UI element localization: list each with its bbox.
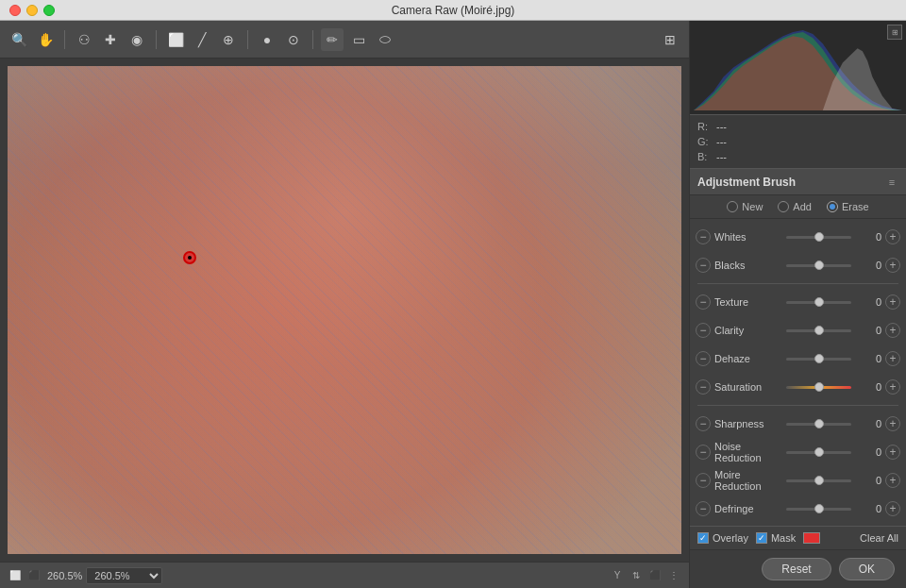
clarity-slider[interactable] bbox=[786, 319, 851, 342]
saturation-thumb[interactable] bbox=[814, 382, 824, 392]
sharpness-minus-btn[interactable]: − bbox=[696, 416, 711, 431]
close-button[interactable] bbox=[9, 5, 21, 16]
b-row: B: --- bbox=[697, 149, 898, 164]
pin-marker bbox=[183, 251, 198, 266]
sharpness-plus-btn[interactable]: + bbox=[885, 416, 900, 431]
mask-checkbox[interactable]: ✓ bbox=[756, 532, 767, 544]
zoom-tool[interactable]: 🔍 bbox=[8, 28, 30, 51]
noise-reduction-thumb[interactable] bbox=[814, 447, 824, 457]
defringe-minus-btn[interactable]: − bbox=[696, 501, 711, 516]
reset-button[interactable]: Reset bbox=[762, 558, 830, 580]
zoom-dropdown[interactable]: 260.5% 100% 200% Fit in View bbox=[86, 567, 162, 584]
divider-2 bbox=[697, 405, 898, 406]
b-label: B: bbox=[697, 149, 711, 164]
slider-row-sharpness: − Sharpness 0 + bbox=[690, 410, 906, 438]
clarity-minus-btn[interactable]: − bbox=[696, 323, 711, 338]
zoom-display: 260.5% 260.5% 100% 200% Fit in View bbox=[47, 567, 162, 584]
dehaze-slider[interactable] bbox=[786, 347, 851, 370]
defringe-thumb[interactable] bbox=[814, 504, 824, 513]
slider-row-saturation: − Saturation 0 + bbox=[690, 373, 906, 401]
spot-removal-tool[interactable]: ● bbox=[256, 28, 278, 51]
blacks-slider[interactable] bbox=[786, 254, 851, 277]
bottom-controls: ✓ Overlay ✓ Mask Clear All bbox=[690, 526, 906, 549]
g-value: --- bbox=[716, 134, 727, 149]
overlay-label: Overlay bbox=[713, 532, 748, 544]
sharpness-slider[interactable] bbox=[786, 412, 851, 435]
mask-label: Mask bbox=[771, 532, 796, 544]
image-info-icon[interactable]: ⬜ bbox=[8, 568, 23, 583]
maximize-button[interactable] bbox=[43, 5, 55, 16]
image-area[interactable] bbox=[0, 59, 689, 562]
filmstrip-icon[interactable]: ⋮ bbox=[666, 568, 681, 583]
panel-menu-icon[interactable]: ≡ bbox=[885, 176, 898, 189]
radial-filter-tool[interactable]: ⬭ bbox=[374, 28, 396, 51]
whites-plus-btn[interactable]: + bbox=[885, 229, 900, 244]
dehaze-plus-btn[interactable]: + bbox=[885, 351, 900, 366]
moire-reduction-track bbox=[786, 479, 851, 482]
warning-icon[interactable]: ⬛ bbox=[26, 568, 42, 583]
clear-all-button[interactable]: Clear All bbox=[860, 532, 898, 544]
mask-checkbox-item[interactable]: ✓ Mask bbox=[756, 532, 796, 544]
moire-reduction-plus-btn[interactable]: + bbox=[885, 473, 900, 488]
texture-minus-btn[interactable]: − bbox=[696, 294, 711, 310]
sharpness-thumb[interactable] bbox=[814, 419, 824, 428]
noise-reduction-minus-btn[interactable]: − bbox=[696, 445, 711, 460]
tool-sep-4 bbox=[312, 30, 313, 49]
mode-add[interactable]: Add bbox=[778, 201, 812, 212]
saturation-plus-btn[interactable]: + bbox=[885, 379, 900, 395]
panel-header: Adjustment Brush ≡ bbox=[690, 169, 906, 195]
whites-minus-btn[interactable]: − bbox=[696, 229, 711, 244]
blacks-thumb[interactable] bbox=[814, 260, 824, 270]
saturation-minus-btn[interactable]: − bbox=[696, 379, 711, 395]
blacks-label: Blacks bbox=[714, 260, 782, 271]
toolbar: 🔍 ✋ ⚇ ✚ ◉ ⬜ ╱ ⊕ ● ⊙ ✏ ▭ ⬭ ⊞ bbox=[0, 21, 689, 59]
histogram-menu-btn[interactable]: ⊞ bbox=[887, 25, 902, 40]
saturation-slider[interactable] bbox=[786, 376, 851, 398]
white-balance-tool[interactable]: ⚇ bbox=[73, 28, 95, 51]
texture-thumb[interactable] bbox=[814, 297, 824, 307]
graduated-filter-tool[interactable]: ▭ bbox=[347, 28, 370, 51]
slider-row-whites: − Whites 0 + bbox=[690, 223, 906, 251]
adjustment-brush-tool[interactable]: ✏ bbox=[321, 28, 344, 51]
color-sampler-tool[interactable]: ✚ bbox=[99, 28, 122, 51]
slider-row-moire-reduction: − Moire Reduction 0 + bbox=[690, 466, 906, 495]
target-adjustment-tool[interactable]: ◉ bbox=[126, 28, 148, 51]
crop-tool[interactable]: ⬜ bbox=[164, 28, 187, 51]
clarity-plus-btn[interactable]: + bbox=[885, 323, 900, 338]
mode-new[interactable]: New bbox=[727, 201, 763, 212]
moire-reduction-thumb[interactable] bbox=[814, 476, 824, 485]
rotate-left-icon[interactable]: Y bbox=[610, 568, 625, 583]
clarity-thumb[interactable] bbox=[814, 326, 824, 335]
straighten-tool[interactable]: ╱ bbox=[191, 28, 213, 51]
minimize-button[interactable] bbox=[26, 5, 38, 16]
whites-thumb[interactable] bbox=[814, 232, 824, 242]
toolbar-right: ⊞ bbox=[659, 28, 681, 51]
compare-icon[interactable]: ⬛ bbox=[647, 568, 663, 583]
mask-color-swatch[interactable] bbox=[803, 532, 820, 544]
transform-tool[interactable]: ⊕ bbox=[217, 28, 240, 51]
defringe-plus-btn[interactable]: + bbox=[885, 501, 900, 516]
ok-button[interactable]: OK bbox=[839, 558, 895, 580]
sort-icon[interactable]: ⇅ bbox=[629, 568, 644, 583]
moire-reduction-minus-btn[interactable]: − bbox=[696, 473, 711, 488]
redeye-tool[interactable]: ⊙ bbox=[282, 28, 305, 51]
defringe-slider[interactable] bbox=[786, 497, 851, 520]
footer-buttons: Reset OK bbox=[690, 549, 906, 588]
hand-tool[interactable]: ✋ bbox=[34, 28, 57, 51]
moire-reduction-slider[interactable] bbox=[786, 469, 851, 492]
whites-slider[interactable] bbox=[786, 226, 851, 248]
mode-erase[interactable]: Erase bbox=[827, 201, 869, 212]
noise-reduction-plus-btn[interactable]: + bbox=[885, 445, 900, 460]
noise-reduction-slider[interactable] bbox=[786, 441, 851, 463]
radio-erase bbox=[827, 201, 838, 212]
texture-slider[interactable] bbox=[786, 291, 851, 313]
radio-erase-dot bbox=[830, 204, 835, 210]
texture-plus-btn[interactable]: + bbox=[885, 294, 900, 310]
dehaze-minus-btn[interactable]: − bbox=[696, 351, 711, 366]
overlay-checkbox[interactable]: ✓ bbox=[697, 532, 709, 544]
blacks-plus-btn[interactable]: + bbox=[885, 258, 900, 273]
overlay-checkbox-item[interactable]: ✓ Overlay bbox=[697, 532, 748, 544]
blacks-minus-btn[interactable]: − bbox=[696, 258, 711, 273]
dehaze-thumb[interactable] bbox=[814, 354, 824, 363]
full-screen-btn[interactable]: ⊞ bbox=[659, 28, 681, 51]
